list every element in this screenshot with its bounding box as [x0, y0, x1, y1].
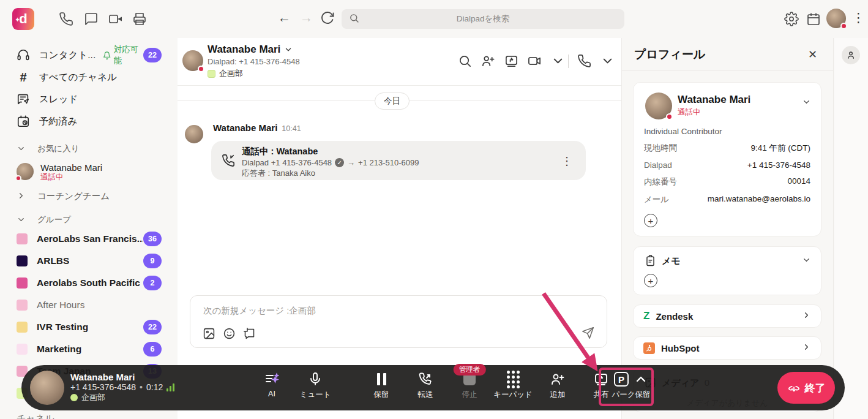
calendar-clock-icon [17, 115, 30, 128]
close-icon[interactable]: ✕ [808, 48, 817, 61]
message-time: 10:41 [282, 124, 301, 133]
message-composer[interactable]: 次の新規メッセージ :企画部 [190, 295, 607, 348]
back-button[interactable]: ← [278, 10, 291, 25]
unread-badge: 6 [143, 342, 162, 357]
divider [622, 70, 834, 71]
sidebar-item-all-channels[interactable]: # すべてのチャネル [0, 66, 178, 88]
call-button-transfer[interactable]: 転送 [404, 370, 447, 406]
profile-card: Watanabe Mari 通話中 Individual Contributor… [633, 82, 821, 236]
groups-section-header[interactable]: グループ [0, 212, 178, 228]
kebab-menu-icon[interactable]: ⋮ [852, 10, 865, 25]
end-call-button[interactable]: 終了 [777, 372, 835, 404]
emoji-icon[interactable] [223, 327, 236, 340]
profile-row: Dialpad+1 415-376-4548 [644, 160, 810, 170]
add-person-icon[interactable] [481, 54, 496, 69]
contact-name[interactable]: Watanabe Mari [208, 43, 280, 56]
thread-icon [17, 92, 30, 106]
profile-row: 内線番号00014 [644, 176, 810, 187]
integration-zendesk[interactable]: Z Zendesk [633, 304, 821, 328]
group-row[interactable]: IVR Testing 22 [0, 316, 178, 338]
forward-button[interactable]: → [300, 10, 313, 25]
search-placeholder: Dialpadを検索 [342, 13, 624, 25]
favorites-section-header[interactable]: お気に入り [0, 141, 178, 157]
avatar [182, 50, 203, 71]
search-conversation-icon[interactable] [458, 54, 473, 69]
call-button-park[interactable]: P パーク保留 [600, 370, 662, 406]
phone-icon[interactable] [59, 12, 73, 26]
call-options-chevron-icon[interactable] [600, 54, 609, 69]
video-options-chevron-icon[interactable] [551, 54, 559, 69]
department-tag: 企画部 [208, 68, 300, 79]
pause-icon [377, 370, 386, 388]
busy-status: 通話中 [40, 173, 102, 181]
dialpad-logo[interactable]: ✦d [12, 8, 34, 30]
profile-name: Watanabe Mari [678, 94, 750, 106]
chevron-right-icon [802, 342, 811, 354]
composer-placeholder: 次の新規メッセージ :企画部 [203, 305, 316, 317]
profile-status: 通話中 [678, 107, 701, 118]
messages-icon[interactable] [84, 12, 99, 26]
canned-response-icon[interactable] [243, 327, 256, 340]
sidebar-item-scheduled[interactable]: 予約済み [0, 110, 178, 132]
add-field-button[interactable]: + [644, 214, 657, 227]
favorite-watanabe-mari[interactable]: Watanabe Mari 通話中 [0, 158, 178, 185]
send-icon[interactable] [582, 327, 594, 339]
department-swatch [208, 70, 215, 78]
call-card-menu-icon[interactable]: ⋮ [561, 154, 572, 168]
chevron-down-icon[interactable] [802, 255, 811, 267]
profile-rail-button[interactable] [842, 46, 860, 64]
group-row[interactable]: Aerolabs South Pacific 2 [0, 272, 178, 294]
availability-status: 対応可能 [103, 44, 143, 66]
hubspot-logo [643, 342, 655, 354]
sparkle-icon: ✦ [15, 9, 20, 31]
unread-badge: 9 [143, 254, 162, 268]
share-screen-icon[interactable] [504, 54, 519, 69]
call-button-add[interactable]: 追加 [536, 370, 579, 406]
video-call-icon[interactable] [528, 54, 542, 69]
add-memo-button[interactable]: + [644, 274, 657, 287]
call-log-card[interactable]: 通話中 : Watanabe Dialpad +1 415-376-4548 ✓… [211, 141, 586, 180]
sidebar-item-threads[interactable]: スレッド [0, 88, 178, 110]
user-plus-icon [550, 370, 565, 388]
admin-badge: 管理者 [454, 364, 486, 376]
incoming-call-icon [222, 154, 235, 170]
caller-number-duration: +1 415-376-4548•0:12 [70, 382, 174, 392]
group-row[interactable]: Marketing 6 [0, 338, 178, 360]
search-input[interactable]: Dialpadを検索 [342, 9, 624, 29]
attach-image-icon[interactable] [203, 327, 215, 340]
chevron-down-icon [17, 144, 26, 154]
group-row[interactable]: AeroLabs San Francis... 36 [0, 228, 178, 250]
call-button-keypad[interactable]: キーパッド [492, 370, 534, 406]
chevron-up-icon [634, 372, 648, 387]
call-icon[interactable] [577, 54, 592, 69]
chevron-down-icon[interactable] [802, 97, 811, 109]
chevron-right-icon [17, 191, 26, 201]
refresh-button[interactable] [320, 11, 335, 26]
group-row[interactable]: ARLBS 9 [0, 250, 178, 272]
group-row[interactable]: After Hours [0, 294, 178, 316]
video-icon[interactable] [108, 12, 123, 26]
coaching-team-section[interactable]: コーチングチーム [0, 188, 178, 204]
fax-icon[interactable] [132, 12, 147, 26]
message-author: Watanabe Mari [213, 123, 277, 133]
settings-gear-icon[interactable] [784, 12, 799, 26]
call-route: Dialpad +1 415-376-4548 ✓ → +1 213-510-6… [242, 158, 419, 167]
unread-badge: 36 [143, 232, 162, 246]
profile-row: 現地時間9:41 午前 (CDT) [644, 143, 810, 154]
hang-up-icon [787, 381, 801, 394]
integration-hubspot[interactable]: HubSpot [633, 336, 821, 360]
keypad-icon [507, 370, 520, 388]
call-button-mute[interactable]: ミュート [294, 370, 337, 406]
call-button-ai[interactable]: AI [250, 370, 293, 406]
active-call-bar: Watanabe Mari +1 415-376-4548•0:12 企画部 A… [21, 365, 845, 410]
profile-panel: プロフィール ✕ Watanabe Mari 通話中 Individual Co… [622, 38, 834, 419]
user-avatar[interactable] [826, 9, 846, 28]
chevron-down-icon[interactable] [284, 45, 293, 54]
sidebar-item-contacts[interactable]: コンタクト... 対応可能 22 [0, 44, 178, 66]
call-button-hold[interactable]: 保留 [360, 370, 403, 406]
right-rail [834, 38, 868, 419]
caller-name: Watanabe Mari [70, 372, 174, 382]
profile-row: メールmari.watanabe@aerolabs.io [644, 194, 810, 205]
calendar-icon[interactable] [806, 12, 821, 26]
unread-badge: 22 [143, 48, 162, 62]
